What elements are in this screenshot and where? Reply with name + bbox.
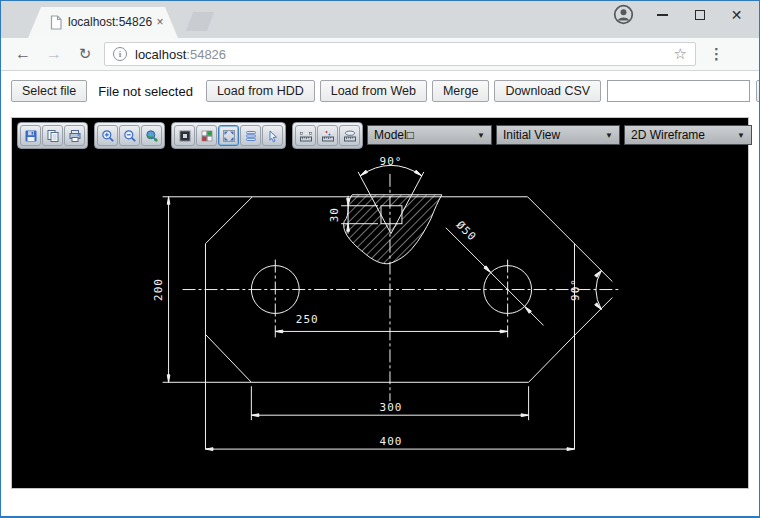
measure-distance-icon xyxy=(299,129,313,143)
dim-label-depth: 30 xyxy=(328,207,341,222)
view-dropdown-value: Initial View xyxy=(503,128,560,142)
close-icon: ✕ xyxy=(731,8,743,22)
close-button[interactable]: ✕ xyxy=(718,3,755,27)
file-controls-row: Select file File not selected Load from … xyxy=(11,79,759,103)
layers-button[interactable] xyxy=(240,125,261,146)
zoom-extents-button[interactable] xyxy=(141,125,162,146)
measure-distance-button[interactable] xyxy=(295,125,316,146)
cad-canvas[interactable]: 90° 30 Ø50 200 250 90° 300 400 xyxy=(11,117,749,489)
browser-toolbar: ← → ↻ i localhost:54826 ☆ ⋮ xyxy=(1,38,759,71)
page-favicon-icon xyxy=(50,15,62,30)
browser-tab[interactable]: localhost:54826 × xyxy=(28,7,178,38)
back-button[interactable]: ← xyxy=(14,45,32,63)
toolbar-group-display xyxy=(171,122,286,149)
print-icon xyxy=(68,129,82,143)
profile-icon[interactable] xyxy=(613,4,634,25)
view-dropdown[interactable]: Initial View ▼ xyxy=(496,125,620,145)
select-pointer-icon xyxy=(266,129,280,143)
dim-diameter-50 xyxy=(446,228,544,326)
layers-icon xyxy=(244,129,258,143)
dim-label-diameter: Ø50 xyxy=(454,219,479,244)
background-icon xyxy=(178,129,192,143)
dim-label-angle-top: 90° xyxy=(380,155,403,168)
dim-label-height: 200 xyxy=(152,278,165,301)
info-icon[interactable]: i xyxy=(113,47,127,61)
search-input[interactable] xyxy=(607,80,750,102)
tab-title: localhost:54826 xyxy=(68,7,152,38)
select-file-button[interactable]: Select file xyxy=(11,80,87,102)
maximize-button[interactable] xyxy=(681,3,718,27)
measure-area-icon xyxy=(343,129,357,143)
reload-button[interactable]: ↻ xyxy=(76,45,94,63)
dim-width-400 xyxy=(205,244,574,451)
dim-label-width: 400 xyxy=(380,435,403,448)
zoom-out-button[interactable] xyxy=(119,125,140,146)
chevron-down-icon: ▼ xyxy=(477,131,485,140)
save-icon xyxy=(24,129,38,143)
colors-icon xyxy=(200,129,214,143)
file-status-label: File not selected xyxy=(98,84,193,99)
measure-area-button[interactable] xyxy=(339,125,360,146)
select-pointer-button[interactable] xyxy=(262,125,283,146)
copy-button[interactable] xyxy=(42,125,63,146)
toolbar-group-zoom xyxy=(94,122,165,149)
copy-icon xyxy=(46,129,60,143)
address-bar[interactable]: i localhost:54826 ☆ xyxy=(104,42,696,66)
dim-angle-right xyxy=(574,244,601,449)
background-button[interactable] xyxy=(174,125,195,146)
minimize-button[interactable] xyxy=(644,3,681,27)
cad-drawing: 90° 30 Ø50 200 250 90° 300 400 xyxy=(12,118,748,488)
browser-menu-icon[interactable]: ⋮ xyxy=(709,45,724,63)
zoom-extents-icon xyxy=(145,129,159,143)
colors-button[interactable] xyxy=(196,125,217,146)
chevron-down-icon: ▼ xyxy=(737,131,745,140)
find-button[interactable]: Find xyxy=(756,80,760,102)
url-host: localhost xyxy=(135,47,186,62)
load-from-hdd-button[interactable]: Load from HDD xyxy=(206,80,315,102)
toolbar-group-measure xyxy=(292,122,363,149)
tab-close-icon[interactable]: × xyxy=(153,15,167,29)
window-controls: ✕ xyxy=(644,3,755,27)
chevron-down-icon: ▼ xyxy=(605,131,613,140)
browser-window: localhost:54826 × ✕ ← → ↻ i localhost:54… xyxy=(0,0,760,518)
save-button[interactable] xyxy=(20,125,41,146)
minimize-icon xyxy=(657,14,668,16)
zoom-in-icon xyxy=(101,129,115,143)
toolbar-group-file xyxy=(17,122,88,149)
dim-label-inner-width: 300 xyxy=(380,401,403,414)
fit-to-screen-button[interactable] xyxy=(218,125,239,146)
measure-polyline-button[interactable] xyxy=(317,125,338,146)
url-text[interactable]: localhost:54826 xyxy=(135,47,226,62)
forward-button[interactable]: → xyxy=(45,45,63,63)
url-port: :54826 xyxy=(186,47,226,62)
load-from-web-button[interactable]: Load from Web xyxy=(320,80,427,102)
fit-to-screen-icon xyxy=(222,129,236,143)
print-button[interactable] xyxy=(64,125,85,146)
tab-strip: localhost:54826 × ✕ xyxy=(1,1,759,38)
visual-style-dropdown-value: 2D Wireframe xyxy=(631,128,705,142)
zoom-out-icon xyxy=(123,129,137,143)
maximize-icon xyxy=(695,10,705,20)
visual-style-dropdown[interactable]: 2D Wireframe ▼ xyxy=(624,125,752,145)
bookmark-star-icon[interactable]: ☆ xyxy=(674,45,687,63)
download-csv-button[interactable]: Download CSV xyxy=(494,80,601,102)
dim-spacing-250 xyxy=(275,330,507,333)
zoom-in-button[interactable] xyxy=(97,125,118,146)
layout-dropdown-value: Model□ xyxy=(374,128,414,142)
dim-label-angle-right: 90° xyxy=(569,278,582,301)
layout-dropdown[interactable]: Model□ ▼ xyxy=(367,125,492,145)
merge-button[interactable]: Merge xyxy=(432,80,489,102)
dim-label-spacing: 250 xyxy=(296,313,319,326)
cad-toolbar: Model□ ▼ Initial View ▼ 2D Wireframe ▼ xyxy=(17,122,752,149)
new-tab-button[interactable] xyxy=(186,12,214,31)
measure-polyline-icon xyxy=(321,129,335,143)
